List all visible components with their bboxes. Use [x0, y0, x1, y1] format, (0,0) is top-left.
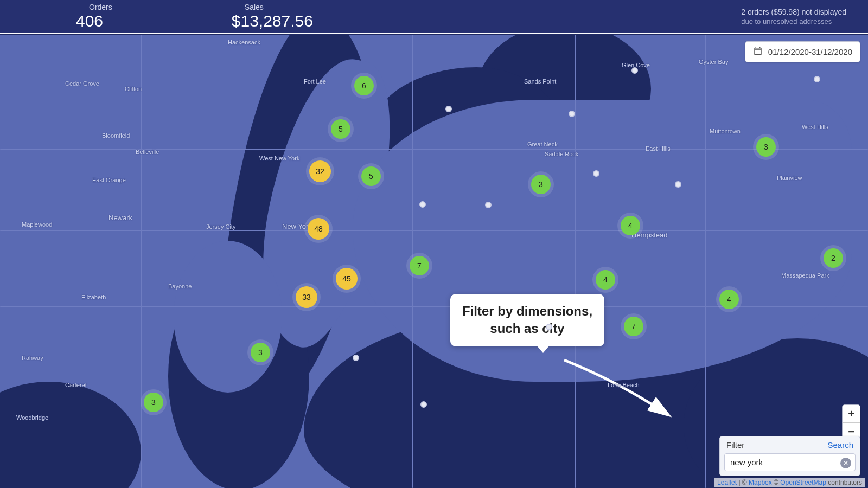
map-cluster[interactable]: 3	[144, 393, 163, 412]
stat-sales: Sales $13,287.56	[232, 3, 313, 30]
map-cluster[interactable]: 3	[531, 175, 551, 194]
map-cluster[interactable]: 5	[331, 119, 350, 139]
callout-line1: Filter by dimensions,	[462, 303, 592, 320]
stats-topbar: Orders 406 Sales $13,287.56 2 orders ($5…	[0, 0, 868, 34]
filter-panel: Filter Search ✕	[719, 436, 860, 476]
callout-tooltip: Filter by dimensions, such as city	[450, 294, 604, 346]
leaflet-link[interactable]: Leaflet	[717, 479, 737, 486]
place-label: Clifton	[125, 86, 142, 92]
orders-label: Orders	[89, 3, 112, 11]
map-cluster[interactable]: 3	[251, 343, 270, 362]
place-label: East Orange	[92, 177, 126, 183]
stat-orders: Orders 406	[76, 3, 112, 30]
zoom-control: + −	[842, 404, 860, 440]
map-marker-dot[interactable]	[814, 76, 820, 82]
unresolved-warning: 2 orders ($59.98) not displayed due to u…	[741, 8, 846, 25]
unresolved-line2: due to unresolved addresses	[741, 17, 846, 25]
place-label: Elizabeth	[81, 294, 106, 300]
map-cluster[interactable]: 3	[756, 137, 776, 157]
map-cluster[interactable]: 4	[596, 270, 615, 290]
mapbox-link[interactable]: Mapbox	[749, 479, 772, 486]
filter-title: Filter	[726, 440, 744, 450]
place-label: Bloomfield	[102, 132, 130, 139]
map-cluster[interactable]: 32	[309, 160, 331, 182]
map-marker-dot[interactable]	[353, 355, 359, 361]
osm-link[interactable]: OpenStreetMap	[780, 479, 826, 486]
map-marker-dot[interactable]	[420, 401, 427, 408]
map-cluster[interactable]: 6	[354, 76, 374, 95]
place-label: Maplewood	[22, 221, 52, 228]
place-label: Rahway	[22, 355, 43, 361]
sales-label: Sales	[245, 3, 313, 11]
calendar-icon	[753, 46, 763, 57]
map-marker-dot[interactable]	[445, 106, 452, 112]
place-label: Cedar Grove	[65, 80, 99, 87]
map-cluster[interactable]: 5	[361, 166, 381, 186]
map-cluster[interactable]: 7	[410, 256, 429, 275]
place-label: Oyster Bay	[699, 59, 728, 65]
map-marker-dot[interactable]	[631, 67, 638, 74]
map-marker-dot[interactable]	[675, 181, 681, 188]
clear-icon[interactable]: ✕	[840, 458, 851, 468]
map-cluster[interactable]: 7	[624, 317, 643, 336]
sales-value: $13,287.56	[232, 12, 313, 30]
map-marker-dot[interactable]	[593, 170, 599, 177]
map-canvas[interactable]: 01/12/2020-31/12/2020 Filter by dimensio…	[0, 35, 868, 488]
filter-input[interactable]	[724, 453, 856, 471]
map-marker-dot[interactable]	[419, 201, 426, 208]
place-label: Hackensack	[228, 39, 260, 46]
date-range-text: 01/12/2020-31/12/2020	[768, 47, 852, 56]
unresolved-line1: 2 orders ($59.98) not displayed	[741, 8, 846, 16]
map-marker-dot[interactable]	[569, 111, 575, 117]
map-marker-dot[interactable]	[485, 202, 492, 208]
map-cluster[interactable]: 45	[336, 268, 358, 290]
map-cluster[interactable]: 4	[621, 216, 640, 235]
filter-search-link[interactable]: Search	[827, 440, 853, 450]
map-attribution: Leaflet | © Mapbox © OpenStreetMap contr…	[714, 478, 865, 487]
orders-value: 406	[76, 12, 112, 30]
place-label: Newark	[108, 214, 132, 222]
callout-line2: such as city	[462, 320, 592, 337]
map-cluster[interactable]: 4	[719, 290, 739, 309]
zoom-in-button[interactable]: +	[843, 405, 860, 422]
map-cluster[interactable]: 48	[308, 218, 329, 240]
date-range-picker[interactable]: 01/12/2020-31/12/2020	[745, 41, 860, 62]
map-cluster[interactable]: 33	[296, 286, 317, 308]
map-marker-dot[interactable]	[546, 324, 552, 330]
map-cluster[interactable]: 2	[824, 248, 843, 268]
